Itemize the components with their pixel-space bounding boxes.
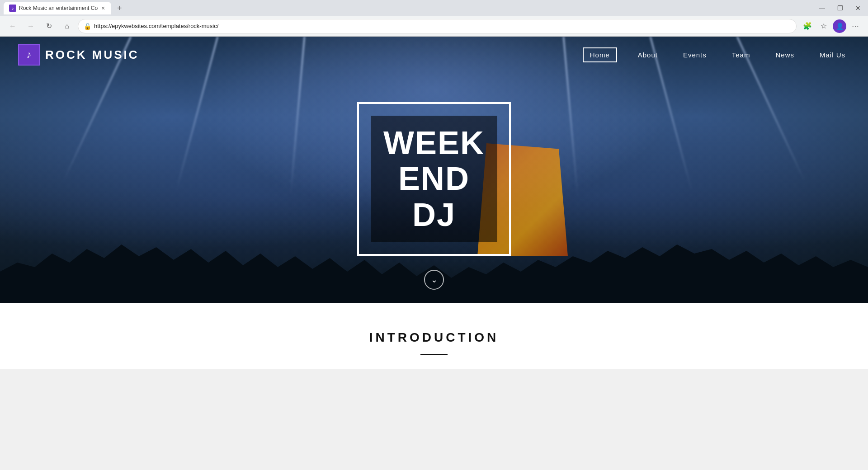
nav-about[interactable]: About — [633, 48, 662, 61]
hero-title-line3: DJ — [383, 197, 485, 233]
url-text: https://epykwebsites.com/templates/rock-… — [94, 23, 791, 29]
hero-title: WEEK END DJ — [383, 125, 485, 233]
new-tab-button[interactable]: + — [113, 2, 126, 14]
site-navbar: ♪ ROCK MUSIC Home About Events Team News… — [0, 37, 868, 73]
forward-button[interactable]: → — [24, 19, 38, 33]
minimize-button[interactable]: — — [816, 2, 828, 14]
hero-section: ♪ ROCK MUSIC Home About Events Team News… — [0, 37, 868, 303]
nav-team[interactable]: Team — [727, 48, 755, 61]
browser-window: ♪ Rock Music an entertainment Co × + — ❐… — [0, 0, 868, 37]
hero-inner-box: WEEK END DJ — [371, 116, 497, 242]
scroll-down-button[interactable]: ⌄ — [424, 270, 444, 290]
website-content: ♪ ROCK MUSIC Home About Events Team News… — [0, 37, 868, 369]
intro-section: INTRODUCTION — [0, 303, 868, 369]
close-window-button[interactable]: ✕ — [852, 2, 864, 14]
favorites-icon[interactable]: ☆ — [816, 19, 831, 33]
hero-title-line1: WEEK — [383, 125, 485, 161]
hero-title-line2: END — [383, 161, 485, 197]
tab-close-btn[interactable]: × — [100, 4, 106, 13]
window-controls: — ❐ ✕ — [816, 2, 864, 14]
back-button[interactable]: ← — [5, 19, 20, 33]
browser-tab[interactable]: ♪ Rock Music an entertainment Co × — [4, 2, 111, 14]
logo-text: ROCK MUSIC — [45, 48, 139, 62]
intro-divider — [420, 354, 448, 355]
tab-favicon: ♪ — [9, 5, 16, 12]
extensions-icon[interactable]: 🧩 — [800, 19, 815, 33]
nav-home[interactable]: Home — [583, 47, 617, 62]
intro-title: INTRODUCTION — [18, 330, 850, 345]
address-bar[interactable]: 🔒 https://epykwebsites.com/templates/roc… — [78, 19, 797, 33]
lock-icon: 🔒 — [84, 23, 91, 30]
chevron-down-icon: ⌄ — [431, 275, 438, 285]
home-button[interactable]: ⌂ — [60, 19, 74, 33]
logo-icon: ♪ — [18, 44, 40, 66]
maximize-button[interactable]: ❐ — [834, 2, 846, 14]
browser-toolbar: ← → ↻ ⌂ 🔒 https://epykwebsites.com/templ… — [0, 16, 868, 36]
tab-label: Rock Music an entertainment Co — [19, 5, 98, 11]
nav-news[interactable]: News — [771, 48, 799, 61]
more-options-button[interactable]: ⋯ — [848, 19, 863, 33]
profile-button[interactable]: 👤 — [833, 19, 846, 33]
reload-button[interactable]: ↻ — [42, 19, 56, 33]
nav-mail-us[interactable]: Mail Us — [815, 48, 850, 61]
browser-titlebar: ♪ Rock Music an entertainment Co × + — ❐… — [0, 0, 868, 16]
main-navigation: Home About Events Team News Mail Us — [583, 47, 850, 62]
site-logo[interactable]: ♪ ROCK MUSIC — [18, 44, 139, 66]
toolbar-right: 🧩 ☆ 👤 ⋯ — [800, 19, 863, 33]
nav-events[interactable]: Events — [679, 48, 711, 61]
logo-music-note: ♪ — [27, 49, 32, 61]
hero-text-container: WEEK END DJ — [371, 116, 497, 242]
